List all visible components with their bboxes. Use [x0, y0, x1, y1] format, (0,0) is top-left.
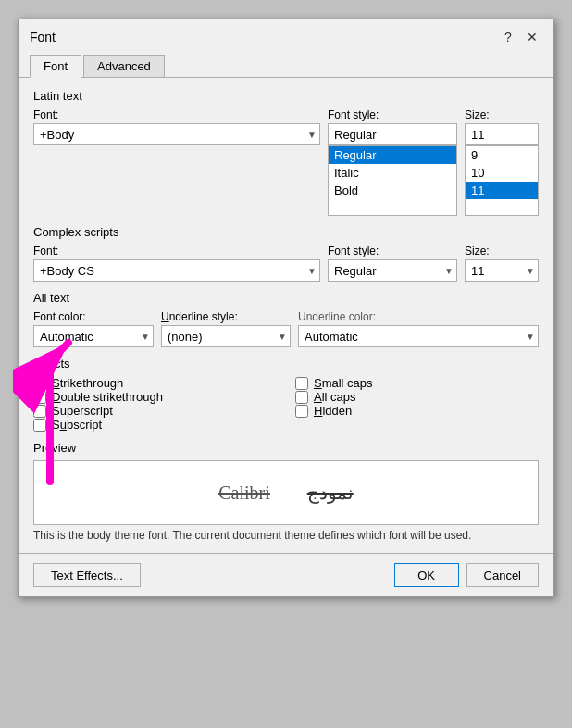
bottom-bar: Text Effects... OK Cancel: [19, 553, 553, 596]
tab-font[interactable]: Font: [30, 55, 81, 78]
preview-label: Preview: [33, 441, 539, 455]
effects-label: Effects: [33, 357, 539, 370]
preview-description: This is the body theme font. The current…: [33, 529, 539, 542]
double-strikethrough-checkbox[interactable]: [33, 391, 46, 404]
subscript-label[interactable]: Subscript: [52, 418, 102, 432]
complex-style-label: Font style:: [328, 245, 457, 257]
all-caps-label[interactable]: All caps: [314, 390, 356, 404]
all-caps-checkbox[interactable]: [295, 391, 308, 404]
strikethrough-label[interactable]: Strikethrough: [52, 376, 123, 390]
complex-font-select[interactable]: +Body CS: [33, 259, 320, 282]
underline-color-label: Underline color:: [298, 310, 539, 323]
complex-font-select-wrapper: +Body CS ▼: [33, 259, 320, 282]
complex-style-select-wrapper: Regular ▼: [328, 259, 457, 282]
latin-font-row: Font: ▼ Font style: Regular Italic: [33, 108, 539, 216]
latin-text-section: Latin text Font: ▼ Font style:: [33, 89, 539, 216]
style-input[interactable]: [328, 123, 457, 145]
underline-color-select[interactable]: Automatic: [298, 325, 539, 347]
all-text-row: Font color: Automatic ▼ Underline style:: [33, 310, 539, 347]
superscript-item: Superscript: [33, 404, 277, 418]
subscript-checkbox[interactable]: [33, 419, 46, 432]
small-caps-checkbox[interactable]: [295, 377, 308, 390]
strikethrough-item: Strikethrough: [33, 376, 277, 390]
size-option-10[interactable]: 10: [466, 164, 538, 182]
latin-text-label: Latin text: [33, 89, 539, 103]
ok-button[interactable]: OK: [394, 563, 459, 587]
double-strikethrough-label[interactable]: Double strikethrough: [52, 390, 163, 404]
help-button[interactable]: ?: [498, 27, 518, 47]
strikethrough-checkbox[interactable]: [33, 377, 46, 390]
effects-grid: Strikethrough Double strikethrough Super…: [33, 376, 539, 432]
preview-arabic: نمودج: [307, 482, 354, 504]
font-color-label: Font color:: [33, 310, 154, 323]
small-caps-item: Small caps: [295, 376, 539, 390]
preview-box: Calibri نمودج: [33, 460, 539, 525]
preview-text-content: Calibri نمودج: [200, 482, 372, 504]
complex-font-row: Font: +Body CS ▼ Font style:: [33, 245, 539, 282]
complex-font-main-col: Font: +Body CS ▼: [33, 245, 320, 282]
subscript-item: Subscript: [33, 418, 277, 432]
complex-font-label: Font:: [33, 245, 320, 257]
font-select-wrapper: ▼: [33, 123, 320, 145]
underline-color-col: Underline color: Automatic ▼: [298, 310, 539, 347]
underline-style-label: Underline style:: [161, 310, 291, 323]
tab-advanced[interactable]: Advanced: [83, 55, 165, 77]
ok-cancel-group: OK Cancel: [394, 563, 539, 587]
all-text-label: All text: [33, 291, 539, 305]
complex-style-col: Font style: Regular ▼: [328, 245, 457, 282]
font-color-col: Font color: Automatic ▼: [33, 310, 154, 347]
font-style-col: Font style: Regular Italic Bold: [328, 108, 457, 216]
dialog-title: Font: [30, 30, 56, 44]
style-option-italic[interactable]: Italic: [329, 164, 456, 182]
underline-style-select[interactable]: (none): [161, 325, 291, 347]
complex-scripts-section: Complex scripts Font: +Body CS ▼: [33, 225, 539, 282]
font-size-col: Size: 9 10 11: [465, 108, 539, 216]
close-button[interactable]: ✕: [522, 27, 542, 47]
style-option-bold[interactable]: Bold: [329, 182, 456, 199]
complex-size-select[interactable]: 11: [465, 259, 539, 282]
style-label: Font style:: [328, 108, 457, 121]
hidden-checkbox[interactable]: [295, 405, 308, 418]
font-color-select[interactable]: Automatic: [33, 325, 154, 347]
font-color-select-wrapper: Automatic ▼: [33, 325, 154, 347]
tab-bar: Font Advanced: [19, 47, 553, 78]
complex-style-select[interactable]: Regular: [328, 259, 457, 282]
title-bar: Font ? ✕: [19, 19, 553, 47]
superscript-checkbox[interactable]: [33, 405, 46, 418]
hidden-label[interactable]: Hidden: [314, 404, 352, 418]
hidden-item: Hidden: [295, 404, 539, 418]
size-option-11[interactable]: 11: [466, 182, 538, 199]
small-caps-label[interactable]: Small caps: [314, 376, 373, 390]
underline-u: U: [161, 310, 169, 323]
complex-scripts-label: Complex scripts: [33, 225, 539, 239]
effects-left-col: Strikethrough Double strikethrough Super…: [33, 376, 277, 432]
preview-section: Preview Calibri نمودج This is the body t…: [33, 441, 539, 542]
size-label: Size:: [465, 108, 539, 121]
effects-right-col: Small caps All caps Hidden: [295, 376, 539, 432]
font-dialog: Font ? ✕ Font Advanced Latin text: [18, 19, 554, 597]
underline-color-select-wrapper: Automatic ▼: [298, 325, 539, 347]
underline-style-col: Underline style: (none) ▼: [161, 310, 291, 347]
superscript-label[interactable]: Superscript: [52, 404, 113, 418]
strikethrough-s: S: [52, 376, 60, 390]
underline-style-select-wrapper: (none) ▼: [161, 325, 291, 347]
text-effects-button[interactable]: Text Effects...: [33, 563, 141, 587]
font-input[interactable]: [33, 123, 320, 145]
size-listbox[interactable]: 9 10 11: [465, 145, 539, 216]
complex-size-select-wrapper: 11 ▼: [465, 259, 539, 282]
title-bar-controls: ? ✕: [498, 27, 542, 47]
complex-size-col: Size: 11 ▼: [465, 245, 539, 282]
preview-latin: Calibri: [218, 483, 270, 504]
style-option-regular[interactable]: Regular: [329, 146, 456, 164]
size-option-9[interactable]: 9: [466, 146, 538, 164]
double-strikethrough-item: Double strikethrough: [33, 390, 277, 404]
font-main-col: Font: ▼: [33, 108, 320, 145]
effects-section: Effects Strikethrough: [33, 357, 539, 432]
font-label: Font:: [33, 108, 320, 121]
size-input[interactable]: [465, 123, 539, 145]
cancel-button[interactable]: Cancel: [466, 563, 539, 587]
dialog-content: Latin text Font: ▼ Font style:: [19, 78, 553, 553]
all-caps-item: All caps: [295, 390, 539, 404]
all-text-section: All text Font color: Automatic ▼: [33, 291, 539, 347]
style-listbox[interactable]: Regular Italic Bold: [328, 145, 457, 216]
